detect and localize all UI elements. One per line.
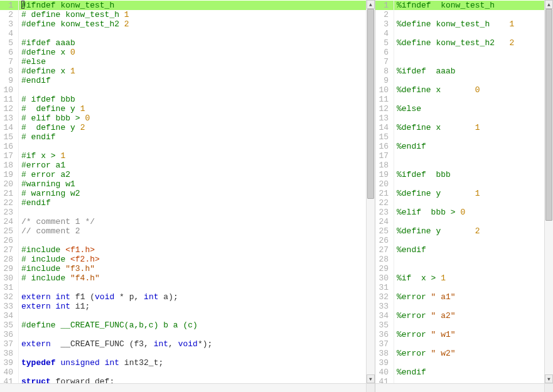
code-line[interactable] — [397, 283, 550, 292]
code-line[interactable] — [397, 161, 550, 170]
code-line[interactable] — [21, 236, 372, 245]
scroll-up-icon[interactable]: ▲ — [545, 0, 553, 9]
gutter-line-number[interactable]: 20 — [3, 179, 13, 189]
gutter-line-number[interactable]: 9 — [378, 76, 389, 85]
code-line[interactable]: %endif — [397, 368, 550, 377]
code-line[interactable]: %endif — [397, 245, 550, 255]
gutter-line-number[interactable]: 40 — [378, 368, 389, 377]
gutter-line-number[interactable]: 22 — [3, 198, 13, 208]
gutter-line-number[interactable]: 31 — [378, 283, 389, 292]
gutter-line-number[interactable]: 34 — [3, 311, 13, 320]
code-line[interactable]: # define konw_test_h 1 — [21, 10, 372, 19]
code-line[interactable] — [397, 236, 550, 245]
code-line[interactable] — [21, 311, 372, 320]
gutter-line-number[interactable]: 17 — [3, 151, 13, 161]
gutter-line-number[interactable]: 25 — [378, 226, 389, 236]
gutter-line-number[interactable]: 32 — [378, 292, 389, 302]
gutter-line-number[interactable]: 27 — [3, 245, 13, 255]
gutter-line-number[interactable]: 16 — [3, 142, 13, 151]
code-line[interactable]: #define konw_test_h2 2 — [21, 19, 372, 29]
code-line[interactable]: %define y 1 — [397, 189, 550, 198]
code-line[interactable]: # elif bbb > 0 — [21, 114, 372, 123]
code-line[interactable]: %elif bbb > 0 — [397, 208, 550, 217]
gutter-line-number[interactable]: 32 — [3, 292, 13, 302]
scroll-track[interactable] — [545, 9, 553, 374]
gutter-line-number[interactable]: 1 — [375, 1, 394, 10]
gutter-line-number[interactable]: 36 — [3, 330, 13, 339]
code-line[interactable] — [21, 142, 372, 151]
gutter-line-number[interactable]: 7 — [378, 57, 389, 66]
code-line[interactable] — [397, 358, 550, 368]
code-line[interactable] — [397, 10, 550, 19]
code-line[interactable] — [397, 302, 550, 311]
gutter-line-number[interactable]: 11 — [3, 95, 13, 104]
code-line[interactable]: %error " a1" — [397, 292, 550, 302]
code-line[interactable] — [397, 198, 550, 208]
code-line[interactable]: # include "f4.h" — [21, 273, 372, 283]
right-code-area[interactable]: 1234567891011121314151617181920212223242… — [375, 0, 553, 392]
gutter-line-number[interactable]: 14 — [3, 123, 13, 132]
gutter-line-number[interactable]: 39 — [3, 358, 13, 368]
code-line[interactable] — [397, 29, 550, 38]
code-line[interactable] — [21, 368, 372, 377]
gutter-line-number[interactable]: 25 — [3, 226, 13, 236]
code-line[interactable]: %define konw_test_h2 2 — [397, 38, 550, 48]
code-line[interactable] — [397, 320, 550, 330]
gutter-line-number[interactable]: 29 — [3, 264, 13, 273]
code-line[interactable]: %endif — [397, 142, 550, 151]
gutter-line-number[interactable]: 40 — [3, 368, 13, 377]
gutter-line-number[interactable]: 24 — [378, 217, 389, 226]
gutter-line-number[interactable]: 22 — [378, 198, 389, 208]
gutter-line-number[interactable]: 5 — [378, 38, 389, 48]
left-vertical-scrollbar[interactable]: ▲ ▼ — [366, 0, 375, 383]
gutter-line-number[interactable]: 1 — [0, 1, 18, 10]
gutter-line-number[interactable]: 37 — [378, 339, 389, 349]
code-line[interactable]: #include "f3.h" — [21, 264, 372, 273]
scroll-thumb[interactable] — [545, 9, 552, 221]
code-line[interactable] — [21, 283, 372, 292]
code-line[interactable]: extern __CREATE_FUNC (f3, int, void*); — [21, 339, 372, 349]
code-line[interactable] — [21, 29, 372, 38]
gutter-line-number[interactable]: 38 — [378, 349, 389, 358]
gutter-line-number[interactable]: 34 — [378, 311, 389, 320]
gutter-line-number[interactable]: 3 — [3, 19, 13, 29]
code-line[interactable]: #endif — [21, 76, 372, 85]
gutter-line-number[interactable]: 30 — [378, 273, 389, 283]
code-line[interactable]: %error " w2" — [397, 349, 550, 358]
gutter-line-number[interactable]: 39 — [378, 358, 389, 368]
code-line[interactable]: %define x 0 — [397, 85, 550, 95]
gutter-line-number[interactable]: 18 — [3, 161, 13, 170]
gutter-line-number[interactable]: 2 — [3, 10, 13, 19]
code-line[interactable] — [397, 57, 550, 66]
code-line[interactable]: # endif — [21, 132, 372, 142]
code-line[interactable] — [397, 264, 550, 273]
gutter-line-number[interactable]: 23 — [3, 208, 13, 217]
code-line[interactable]: # warning w2 — [21, 189, 372, 198]
code-line[interactable]: /* comment 1 */ — [21, 217, 372, 226]
scroll-track[interactable] — [367, 9, 375, 374]
gutter-line-number[interactable]: 26 — [3, 236, 13, 245]
left-gutter[interactable]: 1234567891011121314151617181920212223242… — [0, 0, 19, 392]
gutter-line-number[interactable]: 8 — [378, 66, 389, 76]
gutter-line-number[interactable]: 18 — [378, 161, 389, 170]
code-line[interactable]: // comment 2 — [21, 226, 372, 236]
gutter-line-number[interactable]: 12 — [378, 104, 389, 114]
code-line[interactable]: # ifdef bbb — [21, 95, 372, 104]
code-line[interactable]: typedef unsigned int int32_t; — [21, 358, 372, 368]
gutter-line-number[interactable]: 4 — [3, 29, 13, 38]
code-line[interactable]: %define x 1 — [397, 123, 550, 132]
gutter-line-number[interactable]: 35 — [3, 320, 13, 330]
code-line[interactable]: #define x 1 — [21, 66, 372, 76]
gutter-line-number[interactable]: 7 — [3, 57, 13, 66]
gutter-line-number[interactable]: 4 — [378, 29, 389, 38]
gutter-line-number[interactable]: 28 — [378, 255, 389, 264]
code-line[interactable]: #else — [21, 57, 372, 66]
gutter-line-number[interactable]: 14 — [378, 123, 389, 132]
gutter-line-number[interactable]: 33 — [3, 302, 13, 311]
code-line[interactable]: #ifdef aaab — [21, 38, 372, 48]
gutter-line-number[interactable]: 6 — [3, 48, 13, 57]
gutter-line-number[interactable]: 9 — [3, 76, 13, 85]
gutter-line-number[interactable]: 21 — [378, 189, 389, 198]
code-line[interactable]: %ifdef aaab — [397, 66, 550, 76]
gutter-line-number[interactable]: 23 — [378, 208, 389, 217]
